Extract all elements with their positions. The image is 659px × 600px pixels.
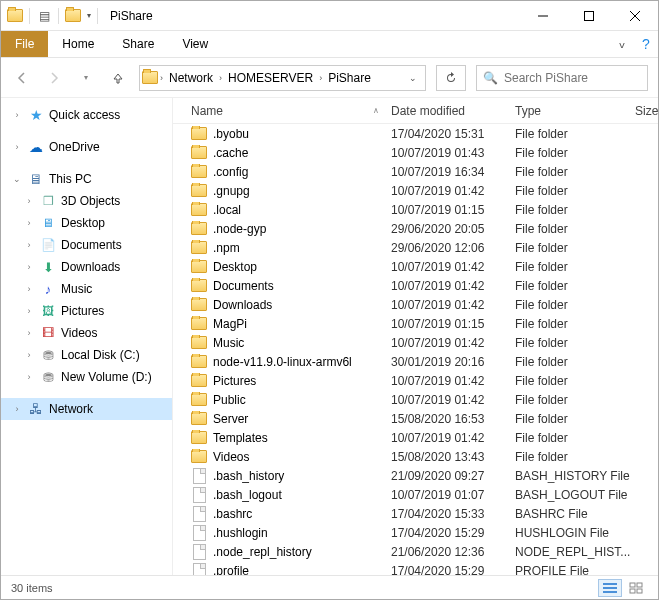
search-input[interactable] [504,71,641,85]
cell-type: File folder [509,336,643,350]
nav-quick-access[interactable]: › ★ Quick access [1,104,172,126]
up-button[interactable] [107,67,129,89]
nav-label: OneDrive [49,140,172,154]
chevron-right-icon[interactable]: › [11,110,23,120]
qat-dropdown-icon[interactable]: ▾ [87,11,91,20]
maximize-button[interactable] [566,1,612,31]
file-row[interactable]: Templates10/07/2019 01:42File folder [173,428,658,447]
svg-rect-1 [585,11,594,20]
file-row[interactable]: .node-gyp29/06/2020 20:05File folder [173,219,658,238]
details-view-button[interactable] [598,579,622,597]
chevron-right-icon[interactable]: › [217,73,224,83]
folder-icon [191,183,207,199]
nav-music[interactable]: ›♪Music [1,278,172,300]
nav-pictures[interactable]: ›🖼Pictures [1,300,172,322]
column-name[interactable]: Name∧ [185,104,385,118]
nav-label: Local Disk (C:) [61,348,172,362]
cell-name: node-v11.9.0-linux-armv6l [185,354,385,370]
folder-icon [191,354,207,370]
nav-network[interactable]: › 🖧 Network [1,398,172,420]
svg-rect-5 [603,587,617,589]
file-row[interactable]: MagPi10/07/2019 01:15File folder [173,314,658,333]
nav-local-disk[interactable]: ›⛃Local Disk (C:) [1,344,172,366]
minimize-button[interactable] [520,1,566,31]
file-row[interactable]: .byobu17/04/2020 15:31File folder [173,124,658,143]
properties-icon[interactable]: ▤ [36,8,52,24]
cube-icon: ❒ [40,193,56,209]
file-row[interactable]: .bashrc17/04/2020 15:33BASHRC File [173,504,658,523]
back-button[interactable] [11,67,33,89]
ribbon-expand-icon[interactable]: ⅴ [610,31,634,57]
ribbon-tab-view[interactable]: View [168,31,222,57]
file-row[interactable]: .npm29/06/2020 12:06File folder [173,238,658,257]
cell-name: Downloads [185,297,385,313]
nav-documents[interactable]: ›📄Documents [1,234,172,256]
file-row[interactable]: Documents10/07/2019 01:42File folder [173,276,658,295]
file-list[interactable]: .byobu17/04/2020 15:31File folder.cache1… [173,124,658,575]
file-row[interactable]: .bash_logout10/07/2019 01:07BASH_LOGOUT … [173,485,658,504]
nav-label: Music [61,282,172,296]
file-row[interactable]: .node_repl_history21/06/2020 12:36NODE_R… [173,542,658,561]
recent-dropdown-icon[interactable]: ▾ [75,67,97,89]
file-row[interactable]: Videos15/08/2020 13:43File folder [173,447,658,466]
file-row[interactable]: Downloads10/07/2019 01:42File folder [173,295,658,314]
nav-new-volume[interactable]: ›⛃New Volume (D:) [1,366,172,388]
address-dropdown-icon[interactable]: ⌄ [403,73,423,83]
file-row[interactable]: node-v11.9.0-linux-armv6l30/01/2019 20:1… [173,352,658,371]
cell-type: File folder [509,165,643,179]
refresh-button[interactable] [436,65,466,91]
search-box[interactable]: 🔍 [476,65,648,91]
folder-icon [191,278,207,294]
chevron-down-icon[interactable]: ⌄ [11,174,23,184]
forward-button[interactable] [43,67,65,89]
file-row[interactable]: Music10/07/2019 01:42File folder [173,333,658,352]
file-row[interactable]: .profile17/04/2020 15:29PROFILE File [173,561,658,575]
large-icons-view-button[interactable] [624,579,648,597]
column-size[interactable]: Size [629,104,655,118]
nav-this-pc[interactable]: ⌄ 🖥 This PC [1,168,172,190]
file-row[interactable]: Public10/07/2019 01:42File folder [173,390,658,409]
file-row[interactable]: Desktop10/07/2019 01:42File folder [173,257,658,276]
cell-name: .local [185,202,385,218]
file-icon [191,544,207,560]
navigation-pane: › ★ Quick access › ☁ OneDrive ⌄ 🖥 This P… [1,98,173,575]
cell-name: Music [185,335,385,351]
file-row[interactable]: .gnupg10/07/2019 01:42File folder [173,181,658,200]
file-row[interactable]: .cache10/07/2019 01:43File folder [173,143,658,162]
nav-3d-objects[interactable]: ›❒3D Objects [1,190,172,212]
nav-downloads[interactable]: ›⬇Downloads [1,256,172,278]
file-row[interactable]: Pictures10/07/2019 01:42File folder [173,371,658,390]
chevron-right-icon[interactable]: › [317,73,324,83]
file-row[interactable]: .bash_history21/09/2020 09:27BASH_HISTOR… [173,466,658,485]
ribbon-tab-home[interactable]: Home [48,31,108,57]
chevron-right-icon[interactable]: › [11,142,23,152]
star-icon: ★ [28,107,44,123]
breadcrumb-host[interactable]: HOMESERVER [224,71,317,85]
status-bar: 30 items [1,575,658,599]
cell-type: PROFILE File [509,564,643,576]
chevron-right-icon[interactable]: › [11,404,23,414]
ribbon-tab-file[interactable]: File [1,31,48,57]
breadcrumb-folder[interactable]: PiShare [324,71,375,85]
close-button[interactable] [612,1,658,31]
column-type[interactable]: Type [509,104,629,118]
file-row[interactable]: Server15/08/2020 16:53File folder [173,409,658,428]
nav-onedrive[interactable]: › ☁ OneDrive [1,136,172,158]
file-icon [191,525,207,541]
column-date[interactable]: Date modified [385,104,509,118]
file-row[interactable]: .config10/07/2019 16:34File folder [173,162,658,181]
help-icon[interactable]: ? [634,31,658,57]
chevron-right-icon[interactable]: › [158,73,165,83]
file-row[interactable]: .hushlogin17/04/2020 15:29HUSHLOGIN File [173,523,658,542]
cell-type: File folder [509,393,643,407]
nav-videos[interactable]: ›🎞Videos [1,322,172,344]
nav-desktop[interactable]: ›🖥Desktop [1,212,172,234]
cell-type: File folder [509,260,643,274]
cell-date: 10/07/2019 01:42 [385,431,509,445]
breadcrumb-network[interactable]: Network [165,71,217,85]
file-row[interactable]: .local10/07/2019 01:15File folder [173,200,658,219]
nav-label: Network [49,402,172,416]
cell-date: 10/07/2019 01:42 [385,336,509,350]
address-field[interactable]: › Network › HOMESERVER › PiShare ⌄ [139,65,426,91]
ribbon-tab-share[interactable]: Share [108,31,168,57]
